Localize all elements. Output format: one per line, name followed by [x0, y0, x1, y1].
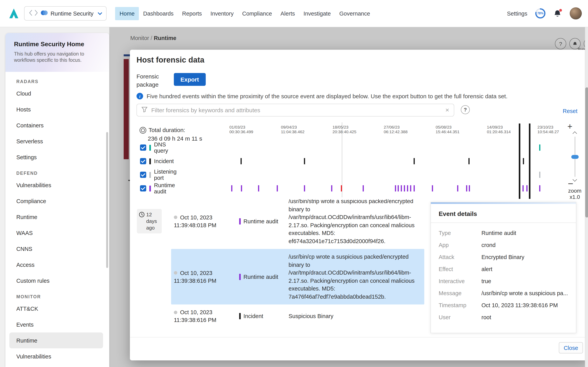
notifications-bell-icon[interactable]	[553, 9, 562, 18]
sidebar-item-containers[interactable]: Containers	[5, 117, 109, 133]
event-marker[interactable]	[407, 185, 408, 192]
event-marker[interactable]	[401, 185, 402, 192]
event-marker[interactable]	[539, 185, 540, 192]
product-selector[interactable]: Runtime Security	[24, 6, 107, 21]
event-marker[interactable]	[414, 185, 415, 192]
event-marker[interactable]	[432, 185, 433, 192]
event-row[interactable]: Oct 10, 202311:39:38:616 PMIncidentSuspi…	[137, 304, 424, 328]
sidebar-item-cnns[interactable]: CNNS	[5, 241, 109, 257]
sidebar-scrollbar[interactable]	[106, 132, 108, 268]
sidebar-item-vulnerabilities[interactable]: Vulnerabilities	[5, 177, 109, 193]
zoom-in-button[interactable]: +	[567, 122, 572, 132]
settings-link[interactable]: Settings	[507, 10, 527, 17]
filter-input[interactable]	[151, 107, 441, 113]
event-row[interactable]: 12 days agoOct 10, 202311:39:48:018 PMRu…	[137, 199, 424, 249]
event-marker[interactable]	[523, 185, 524, 192]
event-marker[interactable]	[539, 172, 540, 178]
nav-item-dashboards[interactable]: Dashboards	[139, 7, 178, 20]
export-button[interactable]: Export	[174, 73, 206, 86]
sidebar-item-runtime[interactable]: Runtime	[9, 333, 103, 348]
event-row-body[interactable]: Oct 10, 202311:39:38:616 PMIncidentSuspi…	[171, 304, 424, 328]
event-marker[interactable]	[241, 185, 242, 192]
checkbox-listening-port[interactable]	[140, 172, 146, 178]
checkbox-runtime-audit[interactable]	[140, 185, 146, 192]
event-details-panel: Event details TypeRuntime auditAppcrondA…	[431, 202, 576, 333]
event-row-body[interactable]: Oct 10, 202311:39:38:616 PMRuntime audit…	[171, 249, 424, 304]
event-marker[interactable]	[410, 185, 411, 192]
nav-item-compliance[interactable]: Compliance	[238, 7, 276, 20]
event-marker[interactable]	[395, 185, 396, 192]
info-banner: i Five hundred events within the time pr…	[137, 93, 572, 100]
event-marker[interactable]	[469, 185, 470, 192]
user-avatar[interactable]	[570, 7, 582, 19]
event-marker[interactable]	[341, 185, 342, 192]
sidebar-item-events[interactable]: Events	[5, 317, 109, 333]
event-marker[interactable]	[523, 158, 524, 164]
total-duration-value: 236 d 09 h 24 m 11 s	[148, 135, 202, 142]
event-row-body[interactable]: Oct 10, 202311:39:48:018 PMRuntime audit…	[171, 199, 424, 249]
sidebar-item-compliance[interactable]: Compliance	[5, 193, 109, 209]
zoom-slider[interactable]	[574, 137, 576, 177]
nav-item-inventory[interactable]: Inventory	[206, 7, 238, 20]
slider-up-icon[interactable]	[573, 132, 577, 136]
event-date-line: Oct 10, 2023	[174, 269, 239, 277]
filter-help-button[interactable]: ?	[461, 105, 470, 114]
event-message: /usr/bin/strip wrote a suspicious packed…	[289, 199, 420, 245]
sidebar-item-access[interactable]: Access	[5, 257, 109, 273]
zoom-slider-thumb[interactable]	[571, 155, 579, 159]
nav-item-investigate[interactable]: Investigate	[299, 7, 335, 20]
chevron-down-icon	[98, 10, 102, 15]
page-scrollbar[interactable]	[585, 27, 588, 367]
event-marker[interactable]	[526, 185, 527, 192]
reset-link[interactable]: Reset	[563, 108, 578, 114]
nav-item-home[interactable]: Home	[115, 7, 139, 20]
event-marker[interactable]	[241, 158, 242, 164]
event-marker[interactable]	[457, 185, 458, 192]
event-type-label: Runtime audit	[243, 274, 278, 280]
nav-item-alerts[interactable]: Alerts	[276, 7, 299, 20]
host-forensic-modal: Host forensic data Forensic package Expo…	[130, 50, 588, 360]
timeline-track-dns-query	[216, 144, 562, 151]
event-marker[interactable]	[363, 185, 364, 192]
event-marker[interactable]	[331, 185, 332, 192]
nav-item-reports[interactable]: Reports	[178, 7, 206, 20]
sidebar-title: Runtime Security Home	[14, 41, 101, 48]
prisma-cloud-logo-icon[interactable]	[9, 8, 19, 19]
event-row[interactable]: Oct 10, 202311:39:38:616 PMRuntime audit…	[137, 249, 424, 304]
event-marker[interactable]	[231, 185, 232, 192]
checkbox-dns-query[interactable]	[140, 144, 146, 151]
sidebar-item-settings[interactable]: Settings	[5, 149, 109, 165]
nav-item-governance[interactable]: Governance	[335, 7, 374, 20]
event-marker[interactable]	[258, 185, 259, 192]
legend-dns-query: DNS query	[140, 144, 168, 151]
sidebar-item-att-ck[interactable]: ATT&CK	[5, 300, 109, 317]
checkbox-incident[interactable]	[140, 158, 146, 164]
scrollbar-thumb[interactable]	[585, 87, 588, 217]
close-button[interactable]: Close	[559, 342, 583, 353]
event-marker[interactable]	[404, 185, 405, 192]
detail-row-timestamp: TimestampOct 10, 2023 11:39:38:616 PM	[439, 301, 568, 309]
event-marker[interactable]	[304, 185, 305, 192]
credits-badge[interactable]: 78%	[535, 8, 546, 19]
sidebar-item-serverless[interactable]: Serverless	[5, 133, 109, 149]
event-marker[interactable]	[539, 144, 540, 151]
sidebar-item-cloud[interactable]: Cloud	[5, 85, 109, 101]
event-marker[interactable]	[304, 158, 305, 164]
sidebar-item-custom-rules[interactable]: Custom rules	[5, 273, 109, 289]
event-marker[interactable]	[466, 185, 467, 192]
event-type-color	[239, 274, 241, 280]
detail-row-type: TypeRuntime audit	[439, 229, 568, 237]
timeline-plot[interactable]: 01/03/2300:30:36.49909/04/2311:04:38.462…	[216, 122, 562, 199]
detail-field-label: User	[439, 313, 481, 321]
event-marker[interactable]	[398, 185, 399, 192]
sidebar-item-runtime[interactable]: Runtime	[5, 209, 109, 225]
sidebar-item-vulnerabilities[interactable]: Vulnerabilities	[5, 348, 109, 364]
event-marker[interactable]	[468, 158, 469, 164]
slider-down-icon[interactable]	[573, 177, 577, 182]
clear-filter-icon[interactable]: ×	[445, 107, 449, 113]
event-marker[interactable]	[414, 158, 415, 164]
sidebar-item-hosts[interactable]: Hosts	[5, 101, 109, 117]
event-type-color	[239, 313, 241, 319]
sidebar-item-waas[interactable]: WAAS	[5, 225, 109, 241]
event-marker[interactable]	[277, 185, 278, 192]
